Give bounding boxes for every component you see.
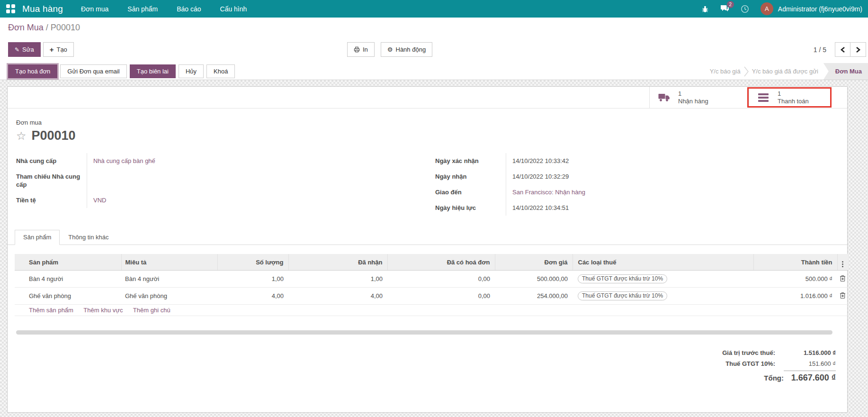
receipt-count: 1	[678, 90, 708, 98]
untaxed-amount-label: Giá trị trước thuế:	[722, 347, 775, 358]
cell-received: 1,00	[288, 271, 387, 288]
pager-value: 1 / 5	[814, 46, 826, 54]
messages-icon[interactable]: 2	[720, 5, 729, 13]
column-options-button[interactable]	[837, 254, 848, 271]
stage-separator-icon	[744, 65, 749, 78]
printer-icon	[354, 46, 360, 53]
totals-block: Giá trị trước thuế: 1.516.000 ₫ Thuế GTG…	[722, 347, 836, 383]
untaxed-amount-value: 1.516.000 ₫	[775, 347, 836, 358]
stage-rfq[interactable]: Y/c báo giá	[707, 63, 744, 80]
column-header-quantity[interactable]: Số lượng	[217, 254, 288, 271]
column-header-received[interactable]: Đã nhận	[288, 254, 387, 271]
field-value-vendor[interactable]: Nhà cung cấp bàn ghế	[93, 157, 155, 164]
create-invoice-button[interactable]: Tạo hoá đơn	[8, 64, 57, 78]
messages-count-badge: 2	[727, 1, 734, 8]
column-header-taxes[interactable]: Các loại thuế	[573, 254, 753, 271]
delete-row-icon[interactable]	[840, 292, 846, 299]
column-header-unit-price[interactable]: Đơn giá	[495, 254, 573, 271]
tax-amount-label: Thuế GTGT 10%:	[725, 358, 775, 369]
field-label-effective-date: Ngày hiệu lực	[435, 200, 506, 216]
column-header-product[interactable]: Sản phẩm	[25, 254, 121, 271]
debug-bug-icon[interactable]	[701, 5, 709, 13]
order-line-row[interactable]: Ghế văn phòng Ghế văn phòng 4,00 4,00 0,…	[15, 288, 848, 305]
right-field-group: Ngày xác nhận 14/10/2022 10:33:42 Ngày n…	[435, 153, 839, 216]
field-value-confirmation-date: 14/10/2022 10:33:42	[506, 153, 569, 169]
nav-item-cau-hinh[interactable]: Cấu hình	[220, 5, 247, 13]
order-line-row[interactable]: Bàn 4 người Bàn 4 người 1,00 1,00 0,00 5…	[15, 271, 848, 288]
favorite-star-icon[interactable]: ☆	[16, 130, 27, 143]
total-label: Tổng:	[764, 372, 784, 383]
pager-next-button[interactable]	[850, 42, 866, 57]
user-name: Administrator (fj6nyue0vi9m)	[778, 5, 862, 13]
send-by-email-button[interactable]: Gửi Đơn qua email	[60, 64, 126, 78]
field-label-receipt-date: Ngày nhận	[435, 169, 506, 184]
cell-quantity: 4,00	[217, 288, 288, 305]
payment-label: Thanh toán	[778, 98, 809, 105]
nav-menu: Đơn mua Sản phẩm Báo cáo Cấu hình	[81, 5, 247, 13]
add-product-link[interactable]: Thêm sản phẩm	[29, 307, 73, 314]
action-menu-button[interactable]: ⚙Hành động	[381, 42, 432, 57]
pencil-icon: ✎	[15, 46, 19, 53]
print-button[interactable]: In	[347, 42, 375, 57]
table-header-row: Sản phẩm Miêu tả Số lượng Đã nhận Đã có …	[15, 254, 848, 271]
dots-icon	[838, 261, 849, 267]
chevron-right-icon	[855, 46, 861, 53]
horizontal-scrollbar[interactable]	[16, 330, 832, 335]
avatar: A	[761, 2, 773, 15]
payment-smart-button[interactable]: 1 Thanh toán	[749, 87, 848, 108]
column-header-billed[interactable]: Đã có hoá đơn	[387, 254, 495, 271]
field-label-confirmation-date: Ngày xác nhận	[435, 153, 506, 169]
field-value-deliver-to[interactable]: San Francisco: Nhận hàng	[512, 189, 585, 196]
cancel-button[interactable]: Hủy	[179, 64, 204, 78]
notebook-tabs: Sản phẩm Thông tin khác	[8, 230, 847, 245]
apps-menu-icon[interactable]	[6, 4, 15, 13]
activities-clock-icon[interactable]	[741, 5, 749, 13]
field-label-vendor: Nhà cung cấp	[16, 153, 87, 169]
chevron-left-icon	[840, 46, 846, 53]
receipt-label: Nhận hàng	[678, 98, 708, 105]
user-menu[interactable]: A Administrator (fj6nyue0vi9m)	[761, 2, 862, 15]
receipt-smart-button[interactable]: 1 Nhận hàng	[649, 87, 749, 108]
tab-products[interactable]: Sản phẩm	[15, 230, 60, 245]
cell-description: Bàn 4 người	[121, 271, 217, 288]
cell-product: Bàn 4 người	[25, 271, 121, 288]
status-pipeline: Y/c báo giá Y/c báo giá đã được gửi Đơn …	[707, 63, 868, 80]
order-lines-table: Sản phẩm Miêu tả Số lượng Đã nhận Đã có …	[15, 254, 848, 316]
cell-received: 4,00	[288, 288, 387, 305]
field-label-deliver-to: Giao đến	[435, 184, 506, 200]
stage-purchase-order[interactable]: Đơn Mua	[823, 63, 868, 80]
breadcrumb-current: P00010	[51, 23, 80, 32]
stage-rfq-sent[interactable]: Y/c báo giá đã được gửi	[749, 63, 822, 80]
button-box: 1 Nhận hàng 1 Thanh toán	[8, 87, 847, 109]
add-section-link[interactable]: Thêm khu vực	[83, 307, 123, 314]
nav-item-san-pham[interactable]: Sản phẩm	[127, 5, 158, 13]
page-background: 1 Nhận hàng 1 Thanh toán Đơn mua ☆ P0001…	[0, 80, 868, 417]
cell-subtotal: 1.016.000 ₫	[753, 288, 837, 305]
create-button[interactable]: +Tạo	[43, 42, 74, 57]
handle-column-header	[15, 254, 25, 271]
breadcrumb: Đơn Mua / P00010	[8, 23, 80, 33]
column-header-subtotal[interactable]: Thành tiền	[753, 254, 837, 271]
field-value-currency[interactable]: VND	[93, 197, 106, 204]
page-title: P00010	[32, 128, 76, 143]
create-receipt-button[interactable]: Tạo biên lai	[130, 64, 176, 78]
breadcrumb-parent[interactable]: Đơn Mua	[8, 23, 44, 32]
nav-item-don-mua[interactable]: Đơn mua	[81, 5, 108, 13]
field-label-vendor-reference: Tham chiếu Nhà cung cấp	[16, 169, 87, 192]
tab-other-info[interactable]: Thông tin khác	[60, 230, 117, 245]
edit-button[interactable]: ✎Sửa	[8, 42, 41, 57]
app-name[interactable]: Mua hàng	[22, 4, 63, 14]
add-note-link[interactable]: Thêm ghi chú	[133, 307, 170, 314]
pager-previous-button[interactable]	[835, 42, 850, 57]
cell-unit-price: 254.000,00	[495, 288, 573, 305]
field-value-effective-date: 14/10/2022 10:34:51	[506, 200, 569, 216]
column-header-description[interactable]: Miêu tả	[121, 254, 217, 271]
top-navbar: Mua hàng Đơn mua Sản phẩm Báo cáo Cấu hì…	[0, 0, 868, 18]
tax-tag: Thuế GTGT được khấu trừ 10%	[578, 291, 667, 300]
delete-row-icon[interactable]	[840, 275, 846, 282]
control-panel: Đơn Mua / P00010 ✎Sửa +Tạo In ⚙Hành động…	[0, 18, 868, 80]
cell-subtotal: 500.000 ₫	[753, 271, 837, 288]
lock-button[interactable]: Khoá	[206, 64, 235, 78]
cell-unit-price: 500.000,00	[495, 271, 573, 288]
nav-item-bao-cao[interactable]: Báo cáo	[177, 5, 201, 13]
